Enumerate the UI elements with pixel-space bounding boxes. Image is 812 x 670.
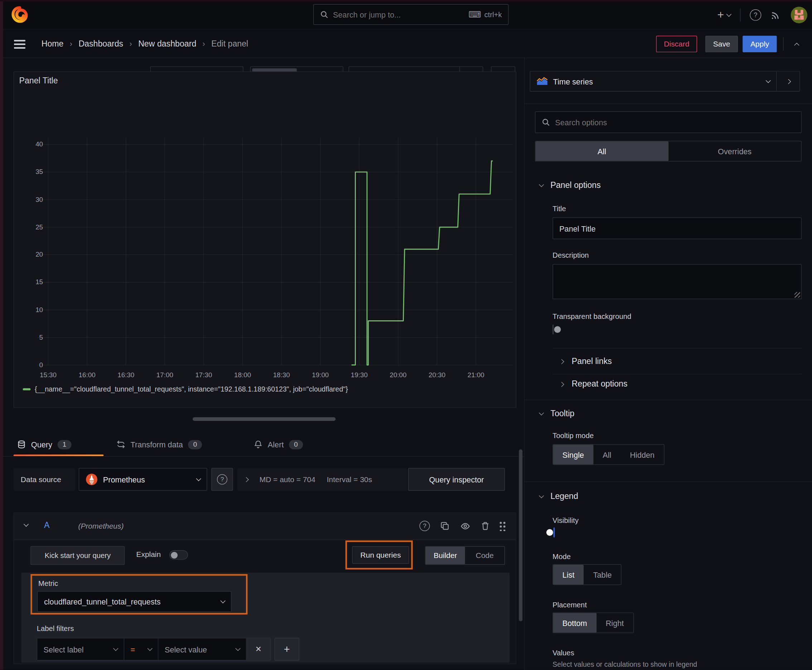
filter-label-select[interactable]: Select label	[37, 638, 124, 660]
x-axis-tick: 18:30	[268, 371, 294, 379]
chevron-down-icon	[726, 12, 731, 17]
panel-links-section[interactable]: Panel links	[560, 357, 612, 366]
kick-start-button[interactable]: Kick start your query	[31, 546, 125, 565]
datasource-picker[interactable]: Prometheus	[79, 468, 207, 491]
grafana-logo-icon[interactable]	[11, 6, 28, 23]
menu-toggle-icon[interactable]	[14, 40, 25, 51]
breadcrumb-new-dashboard[interactable]: New dashboard	[138, 39, 196, 48]
metric-select[interactable]: cloudflared_tunnel_total_requests	[37, 591, 231, 612]
divider	[524, 103, 812, 104]
add-filter-button[interactable]: +	[275, 638, 299, 661]
collapse-query-icon[interactable]	[24, 521, 29, 526]
chevron-right-icon	[559, 359, 564, 364]
viz-type-label: Time series	[553, 77, 761, 86]
query-help-button[interactable]: ?	[419, 520, 431, 532]
description-textarea[interactable]	[553, 264, 802, 299]
search-input[interactable]	[333, 10, 464, 19]
run-queries-button[interactable]: Run queries	[352, 546, 409, 564]
filter-value-placeholder: Select value	[165, 645, 207, 654]
chevron-right-icon[interactable]	[244, 477, 249, 482]
query-row-header[interactable]: A (Prometheus) ?	[14, 513, 516, 540]
user-avatar[interactable]	[790, 6, 808, 24]
panel-preview[interactable]: Panel Title 0510152025303540 15:3016:001…	[14, 71, 516, 408]
toggle-visibility-button[interactable]	[459, 520, 471, 532]
search-icon	[320, 10, 328, 19]
placement-right-option[interactable]: Right	[597, 613, 633, 633]
options-search-input[interactable]	[555, 118, 795, 127]
tooltip-hidden-option[interactable]: Hidden	[620, 445, 664, 464]
y-axis-tick: 40	[20, 140, 43, 148]
legend-visibility-toggle[interactable]	[554, 528, 554, 537]
chevron-right-icon	[785, 79, 790, 84]
filter-value-select[interactable]: Select value	[159, 638, 247, 660]
section-divider	[524, 400, 812, 400]
tab-transform-label: Transform data	[131, 440, 183, 449]
toggle-viz-picker-button[interactable]	[777, 71, 800, 91]
drag-handle-icon[interactable]	[500, 520, 505, 532]
alert-count-badge: 0	[289, 440, 303, 449]
global-search[interactable]: ⌨ ctrl+k	[313, 4, 509, 25]
tooltip-single-option[interactable]: Single	[553, 445, 593, 464]
legend-section-header[interactable]: Legend	[539, 492, 578, 501]
y-axis-tick: 35	[20, 168, 43, 176]
top-nav: ⌨ ctrl+k + ?	[0, 0, 812, 29]
save-button[interactable]: Save	[705, 36, 738, 52]
query-builder-body: Metric cloudflared_tunnel_total_requests…	[21, 573, 509, 663]
tooltip-section-header[interactable]: Tooltip	[539, 409, 574, 418]
breadcrumb-dashboards[interactable]: Dashboards	[78, 39, 123, 48]
repeat-options-section[interactable]: Repeat options	[560, 379, 627, 389]
news-feed-button[interactable]	[770, 10, 781, 20]
panel-title-input[interactable]	[553, 218, 802, 239]
filter-operator-select[interactable]: =	[124, 638, 158, 660]
window-edge	[0, 0, 3, 670]
x-axis-tick: 17:00	[152, 371, 178, 379]
query-ref-id[interactable]: A	[44, 521, 49, 530]
scrollbar-thumb[interactable]	[519, 450, 522, 621]
resize-grip-icon[interactable]	[795, 292, 800, 298]
tooltip-all-option[interactable]: All	[593, 445, 620, 464]
explain-toggle[interactable]	[170, 550, 188, 560]
legend-table-option[interactable]: Table	[584, 565, 621, 584]
breadcrumb-home[interactable]: Home	[42, 39, 64, 48]
delete-query-button[interactable]	[480, 520, 491, 532]
options-search[interactable]	[535, 111, 802, 133]
discard-button[interactable]: Discard	[656, 36, 697, 52]
add-menu-button[interactable]: +	[717, 8, 731, 22]
database-icon	[17, 440, 26, 449]
time-series-chart[interactable]	[14, 72, 516, 408]
tab-query[interactable]: Query 1	[17, 433, 71, 456]
panel-options-header[interactable]: Panel options	[539, 181, 601, 190]
chevron-down-icon	[147, 646, 153, 651]
visualization-picker[interactable]: Time series	[530, 71, 777, 91]
legend-list-option[interactable]: List	[553, 565, 584, 584]
pane-resize-handle[interactable]	[193, 417, 336, 421]
x-axis-tick: 16:30	[113, 371, 139, 379]
transparent-bg-toggle[interactable]	[553, 325, 554, 334]
operator-value: =	[131, 645, 135, 654]
apply-button[interactable]: Apply	[742, 36, 777, 52]
query-inspector-button[interactable]: Query inspector	[408, 468, 505, 491]
description-field-label: Description	[553, 251, 588, 259]
edit-pane: Table view Fill Actual Last 6 hours	[0, 58, 524, 670]
title-field-label: Title	[553, 205, 566, 213]
datasource-help-button[interactable]: ?	[211, 468, 233, 491]
tab-alert[interactable]: Alert 0	[254, 433, 303, 456]
collapse-header-button[interactable]	[789, 37, 804, 51]
code-option[interactable]: Code	[465, 546, 504, 564]
explain-label: Explain	[136, 550, 161, 559]
transform-count-badge: 0	[188, 440, 202, 449]
remove-filter-button[interactable]: ✕	[247, 638, 271, 660]
y-axis-tick: 20	[20, 250, 43, 259]
x-axis-tick: 18:00	[229, 371, 255, 379]
help-button[interactable]: ?	[750, 9, 761, 20]
tab-all[interactable]: All	[536, 141, 668, 161]
legend-item[interactable]: {__name__="cloudflared_tunnel_total_requ…	[23, 385, 348, 393]
builder-option[interactable]: Builder	[425, 546, 465, 564]
interval-stat: Interval = 30s	[327, 475, 372, 484]
x-axis-tick: 19:30	[346, 371, 372, 379]
search-icon	[542, 118, 550, 126]
tab-overrides[interactable]: Overrides	[668, 141, 801, 161]
duplicate-query-button[interactable]	[439, 520, 451, 532]
tab-transform[interactable]: Transform data 0	[116, 433, 202, 456]
placement-bottom-option[interactable]: Bottom	[553, 613, 597, 633]
